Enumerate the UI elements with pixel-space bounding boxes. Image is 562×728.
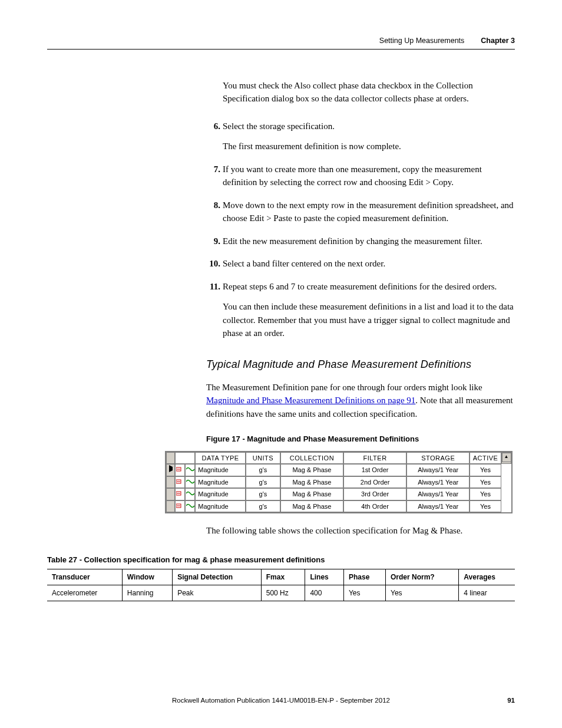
step-number: 10. — [206, 257, 220, 271]
td-order-norm: Yes — [385, 585, 458, 601]
th-phase: Phase — [343, 569, 385, 585]
waveform-icon — [185, 500, 195, 513]
th-fmax: Fmax — [261, 569, 305, 585]
cell-active[interactable]: Yes — [470, 464, 501, 476]
table-caption: Table 27 - Collection specification for … — [47, 554, 515, 566]
grid-corner — [166, 452, 175, 465]
cell-active[interactable]: Yes — [470, 500, 501, 513]
th-averages: Averages — [459, 569, 515, 585]
signal-type-icon — [175, 476, 185, 489]
signal-type-icon — [175, 500, 185, 513]
cell-filter[interactable]: 1st Order — [343, 464, 406, 476]
cell-collection[interactable]: Mag & Phase — [280, 476, 343, 489]
step-number: 6. — [206, 120, 220, 133]
th-transducer: Transducer — [47, 569, 122, 585]
cell-active[interactable]: Yes — [470, 488, 501, 500]
step-followup: The first measurement definition is now … — [223, 140, 515, 153]
step-6: 6. Select the storage specification. The… — [206, 120, 515, 153]
td-fmax: 500 Hz — [261, 585, 305, 601]
header-section: Setting Up Measurements — [379, 35, 465, 47]
body-paragraph: The Measurement Definition pane for one … — [206, 381, 515, 421]
figure-17: DATA TYPE UNITS COLLECTION FILTER STORAG… — [165, 451, 515, 514]
cell-datatype[interactable]: Magnitude — [195, 500, 246, 513]
waveform-icon — [185, 464, 195, 476]
th-lines: Lines — [305, 569, 344, 585]
col-header-collection[interactable]: COLLECTION — [280, 452, 343, 465]
waveform-icon — [185, 476, 195, 489]
grid-row[interactable]: Magnitudeg'sMag & Phase2nd OrderAlways/1… — [166, 476, 511, 489]
page: Setting Up Measurements Chapter 3 You mu… — [0, 0, 562, 728]
step-text: Select a band filter centered on the nex… — [223, 257, 515, 271]
step-text: Select the storage specification. — [223, 120, 515, 133]
page-header: Setting Up Measurements Chapter 3 — [47, 35, 515, 50]
col-header-datatype[interactable]: DATA TYPE — [195, 452, 246, 465]
cell-storage[interactable]: Always/1 Year — [406, 464, 470, 476]
col-header-filter[interactable]: FILTER — [343, 452, 406, 465]
cell-collection[interactable]: Mag & Phase — [280, 488, 343, 500]
td-lines: 400 — [305, 585, 344, 601]
row-selector[interactable] — [166, 476, 175, 489]
step-number: 8. — [206, 199, 220, 212]
footer-text: Rockwell Automation Publication 1441-UM0… — [172, 697, 390, 704]
cell-filter[interactable]: 2nd Order — [343, 476, 406, 489]
grid-row[interactable]: Magnitudeg'sMag & Phase1st OrderAlways/1… — [166, 464, 511, 476]
cell-collection[interactable]: Mag & Phase — [280, 500, 343, 513]
waveform-icon — [185, 488, 195, 500]
cell-storage[interactable]: Always/1 Year — [406, 500, 470, 513]
intro-paragraph: You must check the Also collect phase da… — [223, 79, 515, 106]
signal-type-icon — [175, 464, 185, 476]
th-order-norm: Order Norm? — [385, 569, 458, 585]
signal-type-icon — [175, 488, 185, 500]
cell-datatype[interactable]: Magnitude — [195, 488, 246, 500]
cell-datatype[interactable]: Magnitude — [195, 476, 246, 489]
step-10: 10. Select a band filter centered on the… — [206, 257, 515, 271]
cell-storage[interactable]: Always/1 Year — [406, 488, 470, 500]
table-row: Transducer Window Signal Detection Fmax … — [47, 569, 515, 585]
cell-units[interactable]: g's — [246, 464, 280, 476]
body-paragraph: The following table shows the collection… — [206, 524, 515, 538]
header-chapter: Chapter 3 — [481, 35, 515, 47]
cell-filter[interactable]: 3rd Order — [343, 488, 406, 500]
step-text: If you want to create more than one meas… — [223, 163, 515, 189]
step-followup: You can then include these measurement d… — [223, 300, 515, 340]
para-text: The Measurement Definition pane for one … — [206, 383, 482, 392]
cell-units[interactable]: g's — [246, 476, 280, 489]
td-signal-detection: Peak — [173, 585, 262, 601]
grid-row[interactable]: Magnitudeg'sMag & Phase4th OrderAlways/1… — [166, 500, 511, 513]
step-9: 9. Edit the new measurement definition b… — [206, 235, 515, 248]
steps-list: 6. Select the storage specification. The… — [206, 120, 515, 340]
step-11: 11. Repeat steps 6 and 7 to create measu… — [206, 280, 515, 340]
cell-datatype[interactable]: Magnitude — [195, 464, 246, 476]
step-number: 9. — [206, 235, 220, 248]
row-selector[interactable] — [166, 464, 175, 476]
cell-units[interactable]: g's — [246, 488, 280, 500]
main-content: You must check the Also collect phase da… — [47, 79, 515, 538]
row-selector[interactable] — [166, 488, 175, 500]
th-signal-detection: Signal Detection — [173, 569, 262, 585]
step-text: Move down to the next empty row in the m… — [223, 199, 515, 225]
page-footer: Rockwell Automation Publication 1441-UM0… — [47, 696, 515, 706]
cell-collection[interactable]: Mag & Phase — [280, 464, 343, 476]
grid-header-row: DATA TYPE UNITS COLLECTION FILTER STORAG… — [166, 452, 511, 465]
td-averages: 4 linear — [459, 585, 515, 601]
row-selector[interactable] — [166, 500, 175, 513]
measurement-definition-grid[interactable]: DATA TYPE UNITS COLLECTION FILTER STORAG… — [165, 451, 513, 514]
step-number: 7. — [206, 163, 220, 176]
step-text: Repeat steps 6 and 7 to create measureme… — [223, 280, 515, 294]
th-window: Window — [122, 569, 172, 585]
cell-filter[interactable]: 4th Order — [343, 500, 406, 513]
cell-units[interactable]: g's — [246, 500, 280, 513]
scrollbar[interactable]: ▲ — [501, 452, 511, 465]
grid-row[interactable]: Magnitudeg'sMag & Phase3rd OrderAlways/1… — [166, 488, 511, 500]
col-header-storage[interactable]: STORAGE — [406, 452, 470, 465]
cell-active[interactable]: Yes — [470, 476, 501, 489]
grid-icon-header — [175, 452, 195, 465]
step-number: 11. — [206, 280, 220, 294]
col-header-active[interactable]: ACTIVE — [470, 452, 501, 465]
cell-storage[interactable]: Always/1 Year — [406, 476, 470, 489]
step-text: Edit the new measurement definition by c… — [223, 235, 515, 248]
cross-reference-link[interactable]: Magnitude and Phase Measurement Definiti… — [206, 396, 415, 405]
scroll-up-icon[interactable]: ▲ — [502, 453, 511, 462]
col-header-units[interactable]: UNITS — [246, 452, 280, 465]
td-phase: Yes — [343, 585, 385, 601]
